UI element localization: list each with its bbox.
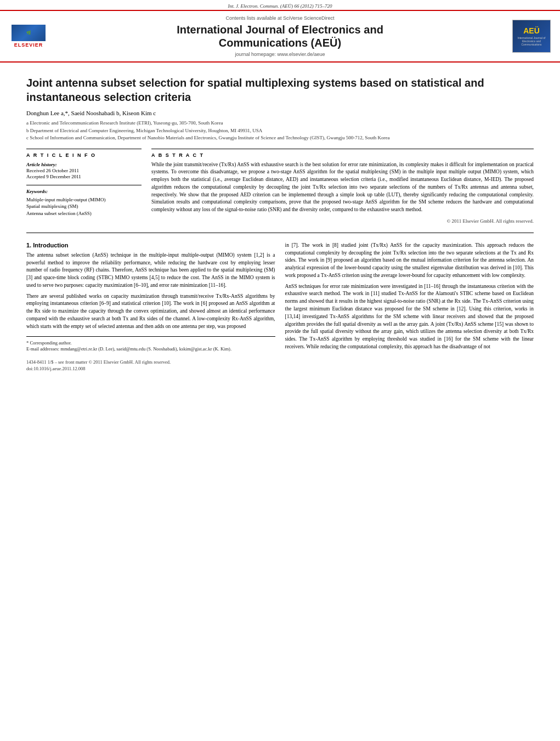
keyword-3: Antenna subset selection (AnSS) [26, 210, 142, 217]
keywords-title: Keywords: [26, 189, 142, 194]
keyword-2: Spatial multiplexing (SM) [26, 203, 142, 210]
section-1-title: 1. Introduction [26, 242, 275, 248]
section-1-label: Introduction [33, 242, 68, 248]
affiliation-c: c School of Information and Communicatio… [26, 134, 534, 142]
left-col: A R T I C L E I N F O Article history: R… [26, 149, 142, 224]
journal-logo-small-text: International Journal ofElectronics andC… [518, 36, 546, 46]
elsevier-logo: 🌿 ELSEVIER [7, 25, 50, 48]
section-1-right-para-1: in [7]. The work in [8] studied joint (T… [285, 242, 534, 280]
journal-title-line1: International Journal of Electronics and [177, 24, 383, 36]
footnote-corresponding: * Corresponding author. [26, 340, 275, 347]
footer-doi-text: doi:10.1016/j.aeue.2011.12.008 [26, 366, 86, 371]
body-left-col: 1. Introduction The antenna subset selec… [26, 242, 275, 371]
section-1-para-1: The antenna subset selection (AnSS) tech… [26, 252, 275, 290]
footnote-emails: E-mail addresses: mmdang@etri.re.kr (D. … [26, 346, 275, 353]
affiliation-b: b Department of Electrical and Computer … [26, 127, 534, 135]
history-label: Article history: [26, 162, 57, 167]
abstract-heading: A B S T R A C T [151, 152, 534, 158]
received-date: Received 26 October 2011 [26, 168, 79, 173]
journal-title: International Journal of Electronics and… [56, 23, 504, 49]
aeu-logo-text: AEÜ [523, 26, 540, 35]
article-title: Joint antenna subset selection for spati… [26, 76, 534, 104]
journal-homepage: journal homepage: www.elsevier.de/aeue [56, 52, 504, 57]
keyword-1: Multiple-input multiple-output (MIMO) [26, 196, 142, 203]
abstract-box: A B S T R A C T While the joint transmit… [151, 149, 534, 224]
elsevier-logo-area: 🌿 ELSEVIER [7, 25, 50, 48]
citation-text: Int. J. Electron. Commun. (AEÜ) 66 (2012… [228, 3, 332, 9]
authors: Donghun Lee a,*, Saeid Nooshabadi b, Kis… [26, 110, 534, 116]
sciverse-line: Contents lists available at SciVerse Sci… [56, 15, 504, 21]
accepted-date: Accepted 9 December 2011 [26, 174, 81, 179]
citation-header: Int. J. Electron. Commun. (AEÜ) 66 (2012… [0, 0, 560, 10]
footer-issn: 1434-8411 1/$ – see front matter © 2011 … [26, 359, 171, 365]
section-1-number: 1. [26, 242, 31, 248]
divider [26, 233, 534, 233]
journal-logo-box: AEÜ International Journal ofElectronics … [512, 20, 551, 53]
journal-logo-area: AEÜ International Journal ofElectronics … [510, 20, 553, 53]
elsevier-logo-icon: 🌿 [26, 31, 31, 35]
section-1-right-para-2: AnSS techniques for error rate minimizat… [285, 283, 534, 351]
footer-doi: doi:10.1016/j.aeue.2011.12.008 [26, 366, 275, 371]
article-info-abstract-cols: A R T I C L E I N F O Article history: R… [26, 149, 534, 224]
main-content: Joint antenna subset selection for spati… [0, 76, 560, 371]
abstract-text: While the joint transmit/receive (Tx/Rx)… [151, 161, 534, 214]
elsevier-logo-box: 🌿 [12, 25, 46, 41]
elsevier-text: ELSEVIER [14, 42, 43, 48]
journal-header-center: Contents lists available at SciVerse Sci… [50, 15, 510, 57]
footer-bar: 1434-8411 1/$ – see front matter © 2011 … [26, 359, 275, 365]
section-1-para-2: There are several published works on cap… [26, 293, 275, 331]
copyright: © 2011 Elsevier GmbH. All rights reserve… [151, 218, 534, 224]
journal-header: 🌿 ELSEVIER Contents lists available at S… [0, 10, 560, 63]
body-right-col: in [7]. The work in [8] studied joint (T… [285, 242, 534, 371]
article-info-heading: A R T I C L E I N F O [26, 152, 142, 158]
body-two-col: 1. Introduction The antenna subset selec… [26, 242, 534, 371]
affiliations: a Electronic and Telecommunication Resea… [26, 120, 534, 142]
journal-title-line2: Communications (AEÜ) [219, 37, 341, 49]
article-info-box: A R T I C L E I N F O Article history: R… [26, 149, 142, 179]
history-block: Article history: Received 26 October 201… [26, 161, 142, 179]
right-col: A B S T R A C T While the joint transmit… [151, 149, 534, 224]
footnotes: * Corresponding author. E-mail addresses… [26, 336, 275, 353]
keywords-box: Keywords: Multiple-input multiple-output… [26, 185, 142, 217]
page: Int. J. Electron. Commun. (AEÜ) 66 (2012… [0, 0, 560, 741]
affiliation-a: a Electronic and Telecommunication Resea… [26, 120, 534, 127]
